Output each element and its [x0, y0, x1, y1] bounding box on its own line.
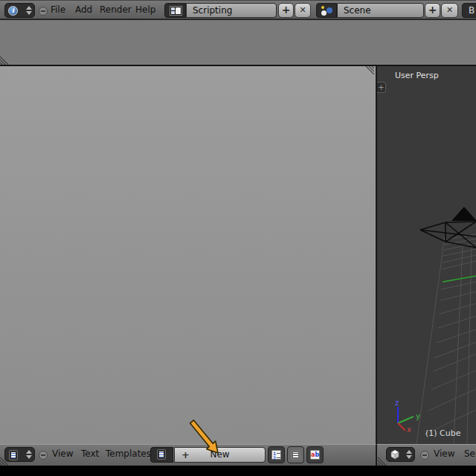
editor-type-selector-info[interactable]: i — [4, 3, 35, 18]
add-scene-button[interactable]: + — [425, 3, 440, 18]
close-icon: ✕ — [299, 5, 306, 15]
screen-layout-button[interactable] — [164, 3, 186, 18]
new-button-label: New — [175, 448, 265, 462]
text-file-icon — [157, 449, 166, 460]
browse-text-button[interactable] — [150, 447, 173, 463]
info-icon: i — [8, 6, 18, 16]
menu-render[interactable]: Render — [100, 1, 132, 19]
blender-window: i File Add Render Help Scripting + ✕ — [0, 0, 476, 476]
plus-icon: + — [428, 4, 437, 16]
menu-text[interactable]: Text — [81, 445, 99, 463]
cube-dark-face — [451, 207, 476, 221]
spinner-arrows-icon[interactable] — [406, 450, 412, 459]
info-log-area[interactable] — [0, 20, 476, 66]
axis-x-label: x — [407, 425, 411, 434]
viewport-scene: z y x — [377, 66, 476, 444]
close-scene-button[interactable]: ✕ — [441, 3, 458, 18]
syntax-highlight-toggle[interactable]: ab — [306, 446, 324, 463]
syntax-highlight-icon: ab — [310, 450, 320, 460]
scene-browse-button[interactable] — [316, 3, 337, 18]
menu-help[interactable]: Help — [135, 1, 155, 19]
word-wrap-toggle[interactable] — [287, 446, 304, 463]
text-editor-canvas[interactable] — [0, 66, 377, 444]
window-footer-strip — [0, 466, 476, 476]
new-text-button[interactable]: + New — [174, 447, 266, 463]
menu-view[interactable]: View — [52, 445, 73, 463]
menu-templates[interactable]: Templates — [106, 445, 151, 463]
close-layout-button[interactable]: ✕ — [295, 3, 311, 18]
menu-select-3d[interactable]: Select — [464, 445, 476, 463]
add-layout-button[interactable]: + — [278, 3, 294, 18]
viewport-object-info: (1) Cube — [425, 428, 460, 438]
main-row: User Persp + — [0, 66, 476, 444]
text-file-icon — [9, 450, 18, 460]
info-header: i File Add Render Help Scripting + ✕ — [0, 0, 476, 20]
area-resize-grip-icon[interactable] — [0, 54, 10, 65]
viewport-header: View Select — [377, 444, 476, 466]
scene-name-field[interactable]: Scene — [337, 3, 424, 18]
render-engine-button[interactable]: B — [462, 3, 476, 18]
viewport-canvas[interactable]: User Persp + — [377, 66, 476, 444]
screen-layout-icon — [170, 6, 182, 16]
editor-type-selector-text[interactable] — [4, 447, 35, 462]
spinner-arrows-icon[interactable] — [26, 6, 32, 15]
line-numbers-icon: 1 2 — [271, 450, 281, 460]
area-resize-grip-icon[interactable] — [364, 66, 374, 77]
viewport-grid — [416, 234, 476, 444]
plus-icon: + — [282, 4, 291, 16]
scene-icon — [321, 5, 333, 16]
close-icon: ✕ — [446, 5, 453, 15]
collapse-menus-icon[interactable] — [39, 451, 48, 460]
cube-icon — [390, 449, 400, 460]
syntax-b-glyph: b — [315, 451, 319, 458]
word-wrap-icon — [291, 450, 300, 460]
menu-view-3d[interactable]: View — [434, 445, 454, 463]
editor-type-selector-3dview[interactable] — [386, 447, 415, 462]
axis-z-label: z — [395, 399, 399, 407]
collapse-menus-icon[interactable] — [39, 7, 48, 16]
menu-add[interactable]: Add — [75, 1, 92, 19]
menu-file[interactable]: File — [51, 1, 65, 19]
spinner-arrows-icon[interactable] — [26, 450, 32, 459]
screen-layout-name-field[interactable]: Scripting — [186, 3, 277, 18]
line-numbers-toggle[interactable]: 1 2 — [268, 446, 285, 463]
text-editor-header: View Text Templates + New 1 2 ab — [0, 444, 377, 466]
collapse-menus-icon[interactable] — [420, 451, 429, 460]
line-number-glyph: 2 — [273, 455, 276, 460]
axis-y-label: y — [416, 412, 420, 420]
